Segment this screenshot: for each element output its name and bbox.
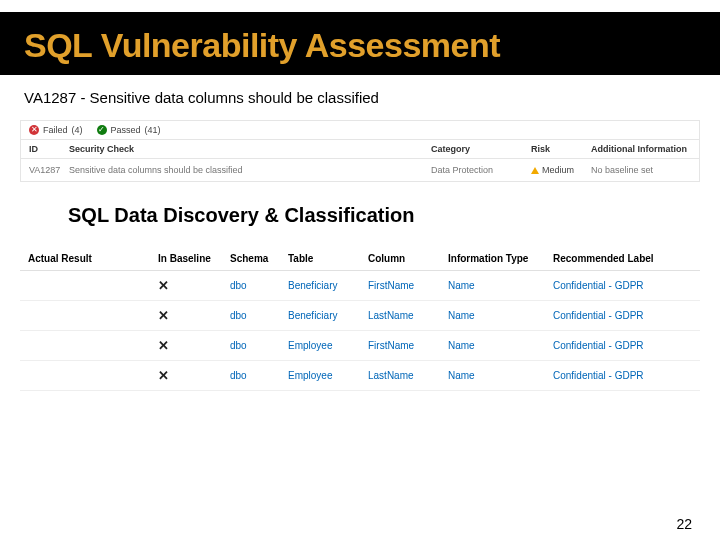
table-row[interactable]: ✕ dbo Beneficiary LastName Name Confiden… bbox=[20, 301, 700, 331]
cell-rec-label: Confidential - GDPR bbox=[553, 340, 673, 351]
passed-icon: ✓ bbox=[97, 125, 107, 135]
cell-table: Employee bbox=[288, 340, 368, 351]
slide-title-bar: SQL Vulnerability Assessment bbox=[0, 12, 720, 75]
table-row[interactable]: ✕ dbo Employee LastName Name Confidentia… bbox=[20, 361, 700, 391]
table-row[interactable]: ✕ dbo Employee FirstName Name Confidenti… bbox=[20, 331, 700, 361]
header-schema: Schema bbox=[230, 253, 288, 264]
cell-additional: No baseline set bbox=[591, 165, 691, 175]
assessment-columns-header: ID Security Check Category Risk Addition… bbox=[21, 140, 699, 159]
x-icon: ✕ bbox=[158, 368, 230, 383]
slide-subtitle: VA1287 - Sensitive data columns should b… bbox=[0, 75, 720, 120]
tab-passed[interactable]: ✓ Passed (41) bbox=[97, 125, 161, 135]
x-icon: ✕ bbox=[158, 338, 230, 353]
header-table: Table bbox=[288, 253, 368, 264]
cell-table: Employee bbox=[288, 370, 368, 381]
tab-passed-label: Passed bbox=[111, 125, 141, 135]
tabs: ✕ Failed (4) ✓ Passed (41) bbox=[21, 121, 699, 140]
x-icon: ✕ bbox=[158, 308, 230, 323]
cell-table: Beneficiary bbox=[288, 310, 368, 321]
cell-column: LastName bbox=[368, 370, 448, 381]
cell-rec-label: Confidential - GDPR bbox=[553, 370, 673, 381]
tab-passed-count: (41) bbox=[145, 125, 161, 135]
cell-column: FirstName bbox=[368, 340, 448, 351]
cell-table: Beneficiary bbox=[288, 280, 368, 291]
header-rec-label: Recommended Label bbox=[553, 253, 673, 264]
warning-icon bbox=[531, 167, 539, 174]
assessment-panel: ✕ Failed (4) ✓ Passed (41) ID Security C… bbox=[20, 120, 700, 182]
cell-risk-text: Medium bbox=[542, 165, 574, 175]
classification-header: Actual Result In Baseline Schema Table C… bbox=[20, 247, 700, 271]
header-security-check: Security Check bbox=[69, 144, 431, 154]
cell-schema: dbo bbox=[230, 370, 288, 381]
assessment-row[interactable]: VA1287 Sensitive data columns should be … bbox=[21, 159, 699, 181]
header-category: Category bbox=[431, 144, 531, 154]
slide-title: SQL Vulnerability Assessment bbox=[24, 26, 696, 65]
cell-column: LastName bbox=[368, 310, 448, 321]
failed-icon: ✕ bbox=[29, 125, 39, 135]
cell-schema: dbo bbox=[230, 340, 288, 351]
cell-info-type: Name bbox=[448, 280, 553, 291]
cell-risk: Medium bbox=[531, 165, 591, 175]
header-id: ID bbox=[29, 144, 69, 154]
cell-info-type: Name bbox=[448, 370, 553, 381]
cell-schema: dbo bbox=[230, 310, 288, 321]
tab-failed-count: (4) bbox=[72, 125, 83, 135]
cell-info-type: Name bbox=[448, 340, 553, 351]
table-row[interactable]: ✕ dbo Beneficiary FirstName Name Confide… bbox=[20, 271, 700, 301]
header-in-baseline: In Baseline bbox=[158, 253, 230, 264]
cell-column: FirstName bbox=[368, 280, 448, 291]
header-actual-result: Actual Result bbox=[28, 253, 158, 264]
tab-failed-label: Failed bbox=[43, 125, 68, 135]
tab-failed[interactable]: ✕ Failed (4) bbox=[29, 125, 83, 135]
header-additional: Additional Information bbox=[591, 144, 691, 154]
cell-category: Data Protection bbox=[431, 165, 531, 175]
x-icon: ✕ bbox=[158, 278, 230, 293]
header-risk: Risk bbox=[531, 144, 591, 154]
cell-rec-label: Confidential - GDPR bbox=[553, 310, 673, 321]
cell-security-check: Sensitive data columns should be classif… bbox=[69, 165, 431, 175]
header-column: Column bbox=[368, 253, 448, 264]
classification-panel: Actual Result In Baseline Schema Table C… bbox=[20, 247, 700, 391]
cell-id: VA1287 bbox=[29, 165, 69, 175]
cell-rec-label: Confidential - GDPR bbox=[553, 280, 673, 291]
header-info-type: Information Type bbox=[448, 253, 553, 264]
section-title: SQL Data Discovery & Classification bbox=[0, 182, 720, 237]
page-number: 22 bbox=[676, 516, 692, 532]
cell-info-type: Name bbox=[448, 310, 553, 321]
cell-schema: dbo bbox=[230, 280, 288, 291]
